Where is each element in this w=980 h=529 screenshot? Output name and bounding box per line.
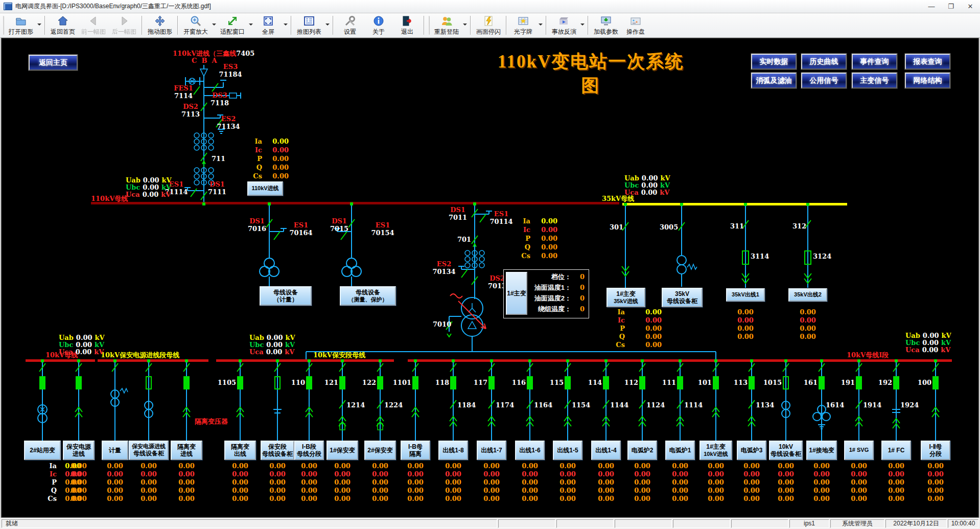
feeder-box-保安电源进线母线设备柜[interactable]: 保安电源进线母线设备柜 <box>129 441 169 460</box>
quick-button-主变信号[interactable]: 主变信号 <box>852 73 897 88</box>
toolbar-button-label: 事故反演 <box>552 28 576 36</box>
voltage-u35-Uab: Uab0.00kV <box>624 174 670 182</box>
feeder-box-出线1-5[interactable]: 出线1-5 <box>553 441 582 460</box>
feeder-value: 0.00 <box>773 462 799 470</box>
pan-icon <box>154 15 166 27</box>
voltage-u10m-Uca: Uca0.00kV <box>249 348 294 356</box>
feeder-value: 0.00 <box>667 478 693 486</box>
quick-button-公用信号[interactable]: 公用信号 <box>801 73 847 88</box>
toolbar-button-accident-replay[interactable]: 事故反演 <box>549 14 579 37</box>
feeder-box-保安段母线设备柜[interactable]: 保安段母线设备柜 <box>261 441 294 460</box>
bay-box-35kV出线2[interactable]: 35kV出线2 <box>788 288 827 302</box>
feeder-value: 0.00 <box>738 470 765 478</box>
quick-button-消弧及滤油[interactable]: 消弧及滤油 <box>751 73 797 88</box>
chevron-down-icon[interactable] <box>325 24 330 28</box>
minimize-button[interactable]: — <box>922 0 941 13</box>
quick-button-网络结构[interactable]: 网络结构 <box>905 73 950 88</box>
bay-box-母线设备计量[interactable]: 母线设备（计量） <box>260 286 312 306</box>
toolbar-button-about[interactable]: 关于 <box>364 14 393 37</box>
feeder-box-出线1-8[interactable]: 出线1-8 <box>438 441 468 460</box>
feeder-box-出线1-7[interactable]: 出线1-7 <box>477 441 506 460</box>
chevron-down-icon[interactable] <box>284 24 288 28</box>
home-page-button[interactable]: 返回主页 <box>29 55 78 71</box>
toolbar-button-open[interactable]: 打开图形 <box>6 14 36 37</box>
chevron-down-icon[interactable] <box>580 24 585 28</box>
toolbar-button-fullscreen[interactable]: 全屏 <box>254 14 283 37</box>
toolbar-button-relogin[interactable]: 重新登陆 <box>431 14 462 37</box>
quick-button-历史曲线[interactable]: 历史曲线 <box>801 54 847 70</box>
toolbar-button-op-panel[interactable]: 操作盘 <box>621 14 650 37</box>
toolbar-button-exit[interactable]: 退出 <box>393 14 422 37</box>
maximize-button[interactable]: ❐ <box>941 0 961 13</box>
bay-box-35kV母线设备柜[interactable]: 35kV母线设备柜 <box>662 288 703 307</box>
feeder-box-I-B段母线分段[interactable]: I-B段母线分段 <box>294 441 324 460</box>
feeder-box-10kV母线设备柜[interactable]: 10kV母线设备柜 <box>769 441 803 460</box>
feeder-box-出线1-6[interactable]: 出线1-6 <box>515 441 545 460</box>
window-titlebar: 电网调度员界面-[D:/IPS3000/BaseEnv/graph0/三鑫重工/… <box>0 0 980 13</box>
feeder-box-计量[interactable]: 计量 <box>102 441 128 460</box>
quick-button-报表查询[interactable]: 报表查询 <box>905 54 950 70</box>
feeder-value: 0.00 <box>846 487 872 494</box>
value-v311-2: 0.00 <box>733 325 758 332</box>
feeder-box-1#保安变[interactable]: 1#保安变 <box>326 441 358 460</box>
feeder-box-电弧炉2[interactable]: 电弧炉2 <box>627 441 657 460</box>
chevron-down-icon[interactable] <box>212 24 216 28</box>
toolbar-button-label: 拖动图形 <box>148 28 172 36</box>
feeder-box-电弧炉1[interactable]: 电弧炉1 <box>665 441 695 460</box>
bay-box-35kV出线1[interactable]: 35kV出线1 <box>726 288 765 302</box>
toolbar-button-fit-window[interactable]: 适配窗口 <box>217 14 248 37</box>
toolbar-button-pan[interactable]: 拖动图形 <box>145 14 175 37</box>
feeder-value: 0.00 <box>517 495 543 502</box>
light-board-icon <box>517 15 529 27</box>
chevron-down-icon[interactable] <box>249 24 253 28</box>
feeder-box-1# FC[interactable]: 1# FC <box>881 441 911 460</box>
toolbar-button-zoom-window[interactable]: 开窗放大 <box>180 14 211 37</box>
feeder-box-隔离变出线[interactable]: 隔离变出线 <box>224 441 256 460</box>
load-params-icon <box>600 15 612 27</box>
quick-button-实时数据[interactable]: 实时数据 <box>751 54 797 70</box>
toolbar-button-label: 全屏 <box>262 28 274 36</box>
transformer-name-box[interactable]: 1#主变 <box>506 272 527 315</box>
chevron-down-icon[interactable] <box>463 24 467 28</box>
feeder-num-1614: 1614 <box>826 401 848 409</box>
feeder-box-2#站用变[interactable]: 2#站用变 <box>24 441 61 460</box>
feeder-box-I-B母隔离[interactable]: I-B母隔离 <box>401 441 430 460</box>
feeder-value: 0.00 <box>808 487 835 494</box>
toolbar-button-light-board[interactable]: 光字牌 <box>509 14 538 37</box>
voltage-u110-Uab: Uab0.00kV <box>126 176 172 184</box>
fit-window-icon <box>226 15 239 27</box>
feeder-box-电弧炉3[interactable]: 电弧炉3 <box>737 441 766 460</box>
feeder-value: 0.00 <box>554 495 581 502</box>
feeder-value: 0.00 <box>227 462 253 470</box>
feeder-num-116: 116 <box>503 379 526 386</box>
feeder-value: 0.00 <box>264 462 291 470</box>
feeder-value: 0.00 <box>478 470 505 478</box>
bay-box-1#主变35kV进线[interactable]: 1#主变35kV进线 <box>606 288 645 307</box>
chevron-down-icon[interactable] <box>539 24 543 28</box>
feeder-box-I-Ⅱ母分段[interactable]: I-Ⅱ母分段 <box>921 441 950 460</box>
toolbar-button-load-params[interactable]: 加载参数 <box>591 14 621 37</box>
feeder-value: 0.00 <box>667 470 693 478</box>
feeder-box-1# SVG[interactable]: 1# SVG <box>844 441 874 460</box>
bay-box-110kV进线[interactable]: 110kV进线 <box>247 181 283 196</box>
chevron-down-icon[interactable] <box>37 24 41 28</box>
toolbar-button-label: 退出 <box>401 28 413 36</box>
feeder-box-2#保安变[interactable]: 2#保安变 <box>364 441 396 460</box>
toolbar-button-graph-list[interactable]: 推图列表 <box>294 14 324 37</box>
toolbar-button-settings[interactable]: 设置 <box>336 14 364 37</box>
feeder-value: 0.00 <box>102 470 128 478</box>
close-button[interactable]: ✕ <box>961 0 980 13</box>
feeder-box-1#主变10kV进线[interactable]: 1#主变10kV进线 <box>699 441 732 460</box>
quick-button-事件查询[interactable]: 事件查询 <box>852 54 897 70</box>
feeder-box-保安电源进线[interactable]: 保安电源进线 <box>63 441 95 460</box>
feeder-box-隔离变进线[interactable]: 隔离变进线 <box>171 441 202 460</box>
feeder-box-1#接地变[interactable]: 1#接地变 <box>806 441 837 460</box>
toolbar-button-stop-flash[interactable]: 画面停闪 <box>473 14 504 37</box>
feeder-value: 0.00 <box>738 462 765 470</box>
feeder-num-101: 101 <box>689 379 712 386</box>
feeder-value: 0.00 <box>738 478 765 486</box>
feeder-num-1114: 1114 <box>684 401 707 409</box>
bay-box-母线设备测量保护[interactable]: 母线设备（测量、保护） <box>340 286 396 306</box>
toolbar-button-home[interactable]: 返回首页 <box>48 14 78 37</box>
feeder-box-出线1-4[interactable]: 出线1-4 <box>591 441 621 460</box>
